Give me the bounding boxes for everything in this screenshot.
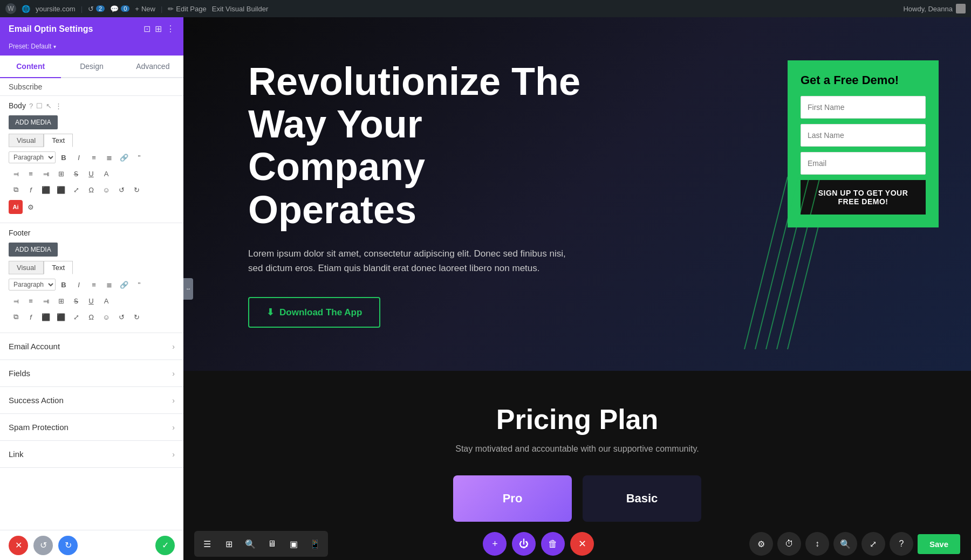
new-btn[interactable]: + New bbox=[135, 5, 155, 13]
demo-submit-btn[interactable]: SIGN UP TO GET YOUR FREE DEMO! bbox=[801, 180, 926, 215]
tb-delete-btn[interactable]: 🗑 bbox=[541, 532, 565, 556]
footer-bold-btn[interactable]: B bbox=[57, 278, 71, 292]
body-more-icon[interactable]: ⋮ bbox=[55, 102, 62, 110]
footer-redo-btn[interactable]: ↻ bbox=[129, 310, 143, 324]
body-visual-tab[interactable]: Visual bbox=[9, 134, 44, 147]
body-indent-btn[interactable]: ⬛ bbox=[39, 183, 53, 197]
body-cursor-icon[interactable]: ↖ bbox=[46, 102, 52, 110]
accordion-spam-protection-header[interactable]: Spam Protection › bbox=[0, 414, 183, 440]
undo-btn[interactable]: ↺ 2 bbox=[88, 5, 105, 13]
confirm-btn[interactable]: ✓ bbox=[155, 536, 175, 555]
save-btn[interactable]: Save bbox=[918, 534, 960, 554]
body-special-btn[interactable]: Ω bbox=[84, 183, 98, 197]
body-expand-btn[interactable]: ⤢ bbox=[69, 183, 83, 197]
comments-btn[interactable]: 💬 0 bbox=[110, 5, 129, 13]
tb-menu-btn[interactable]: ☰ bbox=[197, 534, 217, 554]
body-device-icon[interactable]: ☐ bbox=[36, 102, 43, 110]
footer-color-btn[interactable]: A bbox=[99, 294, 113, 308]
panel-icon-1[interactable]: ⊡ bbox=[143, 24, 151, 34]
footer-strikethrough-btn[interactable]: S̶ bbox=[69, 294, 83, 308]
body-outdent-btn[interactable]: ⬛ bbox=[54, 183, 68, 197]
tb-close-btn[interactable]: ✕ bbox=[570, 532, 594, 556]
accordion-success-action-header[interactable]: Success Action › bbox=[0, 387, 183, 413]
footer-align-left-btn[interactable]: ⫤ bbox=[9, 294, 23, 308]
footer-table-btn[interactable]: ⊞ bbox=[54, 294, 68, 308]
panel-icon-3[interactable]: ⋮ bbox=[166, 24, 175, 34]
tab-content[interactable]: Content bbox=[0, 56, 61, 78]
tb-tablet-btn[interactable]: ▣ bbox=[284, 534, 303, 554]
body-text-tab[interactable]: Text bbox=[44, 134, 73, 147]
body-paragraph-select[interactable]: Paragraph bbox=[9, 151, 56, 163]
close-btn[interactable]: ✕ bbox=[9, 536, 28, 555]
body-link-btn[interactable]: 🔗 bbox=[117, 150, 131, 164]
body-ul-btn[interactable]: ≡ bbox=[87, 150, 101, 164]
tb-help-btn[interactable]: ? bbox=[890, 532, 913, 556]
footer-link-btn[interactable]: 🔗 bbox=[117, 278, 131, 292]
body-settings-btn[interactable]: ⚙ bbox=[24, 200, 38, 214]
footer-align-center-btn[interactable]: ≡ bbox=[24, 294, 38, 308]
body-add-media-btn[interactable]: ADD MEDIA bbox=[9, 115, 58, 129]
footer-underline-btn[interactable]: U bbox=[84, 294, 98, 308]
panel-toggle-handle[interactable]: ↔ bbox=[183, 278, 193, 300]
footer-emoji-btn[interactable]: ☺ bbox=[99, 310, 113, 324]
footer-visual-tab[interactable]: Visual bbox=[9, 261, 44, 274]
footer-ol-btn[interactable]: ≣ bbox=[102, 278, 116, 292]
body-color-btn[interactable]: A bbox=[99, 167, 113, 181]
body-table-btn[interactable]: ⊞ bbox=[54, 167, 68, 181]
tb-mobile-btn[interactable]: 📱 bbox=[305, 534, 325, 554]
footer-undo-btn[interactable]: ↺ bbox=[114, 310, 128, 324]
footer-text-tab[interactable]: Text bbox=[44, 261, 73, 274]
accordion-fields-header[interactable]: Fields › bbox=[0, 360, 183, 386]
tb-responsive-btn[interactable]: ↕ bbox=[805, 532, 829, 556]
site-icon[interactable]: 🌐 bbox=[22, 5, 30, 13]
download-app-btn[interactable]: ⬇ Download The App bbox=[248, 297, 380, 328]
body-underline-btn[interactable]: U bbox=[84, 167, 98, 181]
demo-first-name-input[interactable] bbox=[801, 96, 926, 119]
body-help-icon[interactable]: ? bbox=[29, 102, 33, 110]
accordion-email-account-header[interactable]: Email Account › bbox=[0, 333, 183, 359]
body-strikethrough-btn[interactable]: S̶ bbox=[69, 167, 83, 181]
footer-align-right-btn[interactable]: ⫥ bbox=[39, 294, 53, 308]
tab-advanced[interactable]: Advanced bbox=[122, 56, 183, 78]
exit-builder-btn[interactable]: Exit Visual Builder bbox=[212, 5, 269, 13]
accordion-link-header[interactable]: Link › bbox=[0, 441, 183, 467]
wordpress-icon[interactable]: W bbox=[5, 3, 16, 14]
body-bold-btn[interactable]: B bbox=[57, 150, 71, 164]
footer-copy-btn[interactable]: ⧉ bbox=[9, 310, 23, 324]
body-italic-btn[interactable]: I bbox=[72, 150, 86, 164]
ai-badge[interactable]: Ai bbox=[9, 200, 23, 214]
edit-page-btn[interactable]: ✏ Edit Page bbox=[168, 5, 206, 13]
footer-ul-btn[interactable]: ≡ bbox=[87, 278, 101, 292]
tb-grid-btn[interactable]: ⊞ bbox=[219, 534, 238, 554]
body-copy-btn[interactable]: ⧉ bbox=[9, 183, 23, 197]
redo-history-btn[interactable]: ↻ bbox=[58, 536, 78, 555]
footer-add-media-btn[interactable]: ADD MEDIA bbox=[9, 243, 58, 257]
tb-history-btn[interactable]: ⏱ bbox=[777, 532, 801, 556]
footer-quote-btn[interactable]: " bbox=[132, 278, 146, 292]
footer-paragraph-select[interactable]: Paragraph bbox=[9, 279, 56, 291]
footer-special-btn[interactable]: Ω bbox=[84, 310, 98, 324]
body-align-left-btn[interactable]: ⫤ bbox=[9, 167, 23, 181]
tb-expand-btn[interactable]: ⤢ bbox=[861, 532, 885, 556]
footer-indent-btn[interactable]: ⬛ bbox=[39, 310, 53, 324]
body-redo-btn[interactable]: ↻ bbox=[129, 183, 143, 197]
footer-italic-btn[interactable]: I bbox=[72, 278, 86, 292]
tb-search-btn[interactable]: 🔍 bbox=[241, 534, 260, 554]
undo-history-btn[interactable]: ↺ bbox=[33, 536, 53, 555]
body-undo-btn[interactable]: ↺ bbox=[114, 183, 128, 197]
footer-outdent-btn[interactable]: ⬛ bbox=[54, 310, 68, 324]
tab-design[interactable]: Design bbox=[61, 56, 122, 78]
body-align-center-btn[interactable]: ≡ bbox=[24, 167, 38, 181]
demo-last-name-input[interactable] bbox=[801, 124, 926, 147]
body-quote-btn[interactable]: " bbox=[132, 150, 146, 164]
tb-search2-btn[interactable]: 🔍 bbox=[833, 532, 857, 556]
body-align-right-btn[interactable]: ⫥ bbox=[39, 167, 53, 181]
tb-desktop-btn[interactable]: 🖥 bbox=[262, 534, 282, 554]
body-italic2-btn[interactable]: f bbox=[24, 183, 38, 197]
footer-expand-btn[interactable]: ⤢ bbox=[69, 310, 83, 324]
panel-preset[interactable]: Preset: Default ▾ bbox=[0, 40, 183, 56]
body-emoji-btn[interactable]: ☺ bbox=[99, 183, 113, 197]
body-ol-btn[interactable]: ≣ bbox=[102, 150, 116, 164]
panel-icon-2[interactable]: ⊞ bbox=[155, 24, 162, 34]
tb-power-btn[interactable]: ⏻ bbox=[512, 532, 536, 556]
